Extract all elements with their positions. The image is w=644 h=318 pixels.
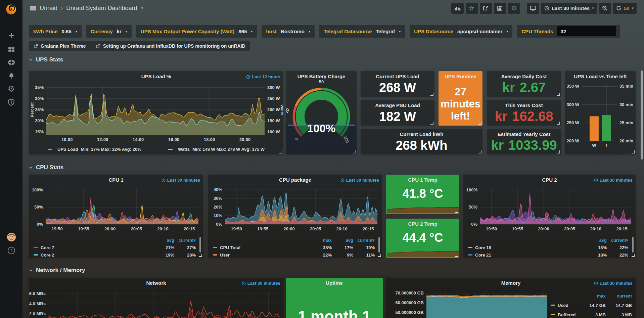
variable-label: Currency [91,29,113,34]
dashboard-link[interactable]: Setting up Grafana and InfluxDB for UPS … [96,43,245,49]
zoom-out-button[interactable] [599,3,611,14]
legend-series[interactable]: CPU Total38%17%19% [213,244,375,251]
panel-title[interactable]: Average Daily Cost [487,74,561,79]
legend-sort-column[interactable]: max [310,238,332,243]
legend-sort-column[interactable]: current [606,293,632,299]
legend-value: 14.7 GB [580,303,606,308]
svg-text:16:00: 16:00 [168,137,179,142]
panel-title[interactable]: UPS Load vs Time left [565,74,636,79]
panel-title[interactable]: Current UPS Load [361,74,434,79]
panel-title[interactable]: UPS Battery Charge [286,74,357,79]
legend-series[interactable]: UPS LoadMin: 17% Max: 32% Avg: 20% [48,147,141,152]
chevron-down-icon[interactable]: ▾ [632,6,634,10]
dashboard-link[interactable]: Grafana Plex Theme [34,43,86,49]
refresh-button[interactable]: 5s ▾ [613,3,637,14]
refresh-interval-label[interactable]: 5s [624,5,630,11]
page-scrollbar[interactable] [641,71,643,160]
legend-scrollbar[interactable] [199,237,201,253]
panel-title[interactable]: Estimated Yearly Cost [487,131,561,137]
svg-text:300 W: 300 W [267,85,280,90]
variable-kwh-price[interactable]: kWh Price0.65▾ [29,25,82,38]
legend-sort-column[interactable]: current▾ [607,238,628,243]
legend-series[interactable]: Core 2118%22% [468,251,628,258]
admin-shield-icon[interactable] [0,95,22,109]
chevron-down-icon[interactable]: ▾ [141,6,143,10]
variable-cpu-threads[interactable]: CPU Threads [517,25,620,38]
panel-title[interactable]: Average PSU Load [361,102,434,108]
stat-value: 41.8 °C [386,187,459,201]
dashboard-settings-gear-icon[interactable]: ⚙ [508,3,520,14]
variable-value: Telegraf [376,29,395,34]
panel-title[interactable]: CPU 2 Temp [386,221,459,227]
panel-title[interactable]: This Years Cost [487,102,561,108]
svg-text:50%: 50% [469,205,477,210]
legend-series[interactable]: WattsMin: 148 W Max: 278 W Avg: 175 W [168,147,265,152]
alerting-bell-icon[interactable] [0,69,22,83]
legend-sort-column[interactable]: max [580,293,606,299]
share-dashboard-button[interactable] [480,3,492,14]
legend-sort-column[interactable]: avg [585,238,607,243]
svg-text:50%: 50% [34,205,43,210]
save-dashboard-button[interactable] [494,3,506,14]
svg-text:20:10: 20:10 [590,226,601,231]
legend-scrollbar[interactable] [378,237,380,253]
variable-telegraf-datasource[interactable]: Telegraf DatasourceTelegraf▾ [319,25,405,38]
panel-title[interactable]: UPS Runtime [439,74,482,79]
user-avatar[interactable] [0,230,22,244]
legend-scrollbar[interactable] [632,237,634,253]
explore-compass-icon[interactable] [0,56,22,69]
chevron-down-icon [29,166,33,170]
ups-load-chart[interactable]: 35%30%25%20%15%300 W250 W200 W150 W100 W… [29,71,283,154]
svg-text:Watts: Watts [280,104,283,116]
chart-legend: UPS LoadMin: 17% Max: 32% Avg: 20%WattsM… [48,147,265,152]
panel-cpu2-temp: CPU 2 Temp 44.4 °C [386,219,459,258]
svg-text:20:00: 20:00 [239,137,250,142]
time-range-picker[interactable]: Last 30 minutes ▾ [541,3,597,14]
variable-value: Nostromo [281,29,305,34]
breadcrumb-current[interactable]: Unraid System Dashboard [66,5,137,12]
variable-currency[interactable]: Currencykr▾ [86,25,132,38]
legend-series[interactable]: User22%9%11% [213,251,375,258]
variable-label: UPS Datasource [414,29,453,34]
star-dashboard-button[interactable]: ☆ [466,3,478,14]
panel-title[interactable]: CPU 1 Temp [386,177,459,183]
breadcrumb: Unraid › Unraid System Dashboard ▾ [30,4,143,12]
legend-series[interactable]: Buffered3 MB3 MB [551,310,632,318]
legend-series[interactable]: Core 1818%22% [468,244,628,251]
variable-ups-datasource[interactable]: UPS Datasourceapcupsd-container▾ [410,25,512,38]
panel-title[interactable]: Current Load kWh [361,131,482,137]
section-network-memory[interactable]: Network / Memory [29,266,85,274]
configuration-gear-icon[interactable]: ⚙ [0,82,22,96]
variable-value: kr [117,29,122,34]
svg-text:20:00: 20:00 [104,226,116,231]
legend-sort-column[interactable]: avg [153,238,174,243]
section-ups-stats[interactable]: UPS Stats [29,56,63,64]
legend-series[interactable]: Core 721%37% [34,244,196,251]
chevron-down-icon: ▾ [506,30,508,33]
variable-input[interactable] [557,26,616,36]
breadcrumb-root[interactable]: Unraid [40,5,57,12]
stat-value: 268 W [361,81,434,95]
ups-bars-chart[interactable]: 350 W300 W250 W200 W35 min30 min25 min20… [565,71,636,154]
help-icon[interactable]: ? [0,244,22,257]
legend-sort-column[interactable]: current▾ [353,238,375,243]
grafana-logo[interactable] [5,3,17,15]
legend-series[interactable]: Core 219%28% [34,251,196,258]
legend-sort-column[interactable]: avg [332,238,353,243]
legend-sort-column[interactable]: current▾ [174,238,196,243]
section-title: CPU Stats [36,164,63,171]
panel-title[interactable]: UPS Load % [29,74,283,79]
legend-series[interactable]: Used14.7 GB14.7 GB [551,301,632,310]
svg-text:100%: 100% [466,187,478,192]
create-plus-icon[interactable] [0,29,22,42]
legend-header: avgcurrent▾ [468,236,628,244]
cycle-view-mode-button[interactable] [527,3,539,14]
variable-ups-max-output-power-capacity-watt-[interactable]: UPS Max Output Power Capacity (Watt)865▾ [136,25,257,38]
variable-host[interactable]: hostNostromo▾ [262,25,315,38]
legend-value: 11% [353,253,375,258]
add-panel-button[interactable] [451,3,464,14]
section-cpu-stats[interactable]: CPU Stats [29,164,63,172]
dashboards-grid-icon[interactable] [0,43,22,56]
svg-text:10%: 10% [214,213,222,218]
panel-title[interactable]: Uptime [286,280,383,286]
